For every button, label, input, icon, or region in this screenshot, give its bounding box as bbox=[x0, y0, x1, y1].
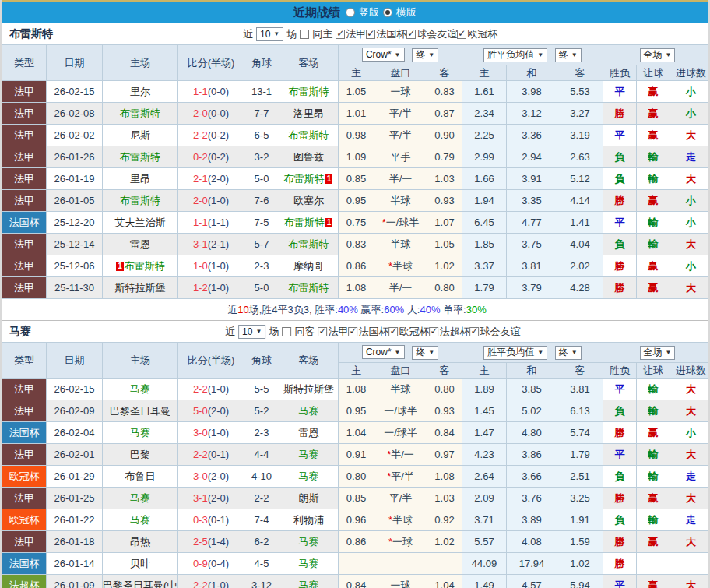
match-count-select[interactable]: 10▼ bbox=[238, 325, 265, 339]
handicap-result-cell: 赢 bbox=[637, 255, 670, 277]
home-team-cell: 雷恩 bbox=[103, 234, 178, 255]
corner-cell: 5-0 bbox=[244, 277, 279, 299]
goals-result-cell: 小 bbox=[670, 422, 710, 444]
away-odds-cell bbox=[427, 553, 462, 575]
wdl-result-cell: 平 bbox=[603, 81, 637, 103]
league-checkbox[interactable] bbox=[469, 327, 479, 336]
avg-final-select[interactable]: 终▼ bbox=[555, 346, 582, 360]
table-row: 法甲26-02-01巴黎2-2(0-1)4-4马赛0.91*半/一0.974.2… bbox=[2, 444, 710, 466]
fulltime-select[interactable]: 全场▼ bbox=[640, 48, 676, 62]
table-row: 法国杯26-01-14贝叶0-9(0-4)4-5马赛44.0917.941.02… bbox=[2, 553, 710, 575]
league-checkbox[interactable] bbox=[336, 30, 345, 39]
match-type-cell: 法国杯 bbox=[2, 212, 47, 234]
sub-avg-away: 客 bbox=[557, 363, 603, 379]
sub-avg-home: 主 bbox=[462, 65, 507, 81]
fulltime-score: 0-3 bbox=[193, 514, 208, 526]
match-count-select[interactable]: 10▼ bbox=[256, 27, 283, 41]
fulltime-score: 1-1 bbox=[193, 217, 208, 228]
wdl-result-cell: 平 bbox=[603, 212, 637, 234]
same-venue-checkbox[interactable] bbox=[300, 30, 309, 39]
goals-result-cell: 大 bbox=[670, 531, 710, 553]
halftime-score: (2-1) bbox=[208, 238, 229, 250]
league-checkbox[interactable] bbox=[348, 327, 357, 336]
goals-result-cell: 大 bbox=[670, 444, 710, 466]
avg-group-header: 胜平负均值▼ 终▼ bbox=[462, 343, 603, 363]
avg-home-cell: 2.34 bbox=[462, 103, 507, 125]
score-cell: 1-0(1-0) bbox=[178, 255, 244, 277]
vertical-layout-radio[interactable] bbox=[346, 8, 355, 17]
score-cell: 3-1(2-0) bbox=[178, 488, 244, 509]
odds-final-select[interactable]: 终▼ bbox=[412, 346, 438, 360]
score-cell: 1-1(0-0) bbox=[178, 81, 244, 103]
match-date-cell: 26-01-19 bbox=[47, 168, 103, 190]
match-type-cell: 欧冠杯 bbox=[2, 466, 47, 488]
summary-segment: 场,胜4平3负3, 胜率: bbox=[249, 304, 338, 315]
match-type-cell: 法国杯 bbox=[2, 422, 47, 444]
odds-final-select[interactable]: 终▼ bbox=[412, 48, 438, 62]
home-odds-cell: 0.95 bbox=[339, 190, 374, 212]
odds-company-select[interactable]: Crow*▼ bbox=[362, 345, 405, 359]
goals-result-cell: 大 bbox=[670, 168, 710, 190]
league-filter-item: 法甲 bbox=[318, 325, 348, 339]
league-checkbox[interactable] bbox=[457, 30, 466, 39]
score-cell: 3-0(1-0) bbox=[178, 422, 244, 444]
handicap-cell: 一/球半 bbox=[374, 400, 427, 422]
avg-draw-cell: 4.08 bbox=[507, 531, 557, 553]
col-type: 类型 bbox=[2, 343, 47, 379]
match-date-cell: 26-01-14 bbox=[47, 553, 103, 575]
avg-home-cell: 3.71 bbox=[462, 509, 507, 531]
table-row: 法国杯26-02-04马赛3-0(1-0)2-3雷恩1.04一/球半0.841.… bbox=[2, 422, 710, 444]
away-team-cell: 马赛 bbox=[279, 553, 339, 575]
league-filter-group: 法甲法国杯欧冠杯法超杯球会友谊 bbox=[318, 325, 520, 339]
league-label: 法国杯 bbox=[358, 325, 388, 339]
match-date-cell: 26-01-25 bbox=[47, 488, 103, 509]
home-odds-cell: 0.96 bbox=[339, 509, 374, 531]
avg-final-select[interactable]: 终▼ bbox=[555, 48, 582, 62]
sub-handicap: 盘口 bbox=[374, 65, 427, 81]
corner-cell: 6-2 bbox=[244, 531, 279, 553]
match-date-cell: 25-12-06 bbox=[47, 255, 103, 277]
handicap-result-cell: 赢 bbox=[637, 277, 670, 299]
handicap-cell: 平/半 bbox=[374, 488, 427, 509]
summary-segment: 60% bbox=[384, 304, 404, 315]
red-card-badge: 1 bbox=[116, 262, 124, 271]
chevron-down-icon: ▼ bbox=[537, 51, 543, 58]
away-odds-cell: 1.05 bbox=[427, 234, 462, 255]
league-checkbox[interactable] bbox=[406, 30, 416, 39]
match-type-cell: 法甲 bbox=[2, 103, 47, 125]
fulltime-select[interactable]: 全场▼ bbox=[640, 346, 676, 360]
match-type-cell: 法超杯 bbox=[2, 575, 47, 588]
handicap-result-cell bbox=[637, 553, 670, 575]
horizontal-layout-radio[interactable] bbox=[383, 8, 392, 17]
match-type-cell: 法甲 bbox=[2, 531, 47, 553]
handicap-result-cell: 輸 bbox=[637, 509, 670, 531]
avg-odds-select[interactable]: 胜平负均值▼ bbox=[483, 346, 547, 360]
home-team-cell: 布雷斯特 bbox=[103, 190, 178, 212]
score-cell: 2-2(1-0) bbox=[178, 575, 244, 588]
table-row: 法甲25-12-061布雷斯特1-0(1-0)2-3摩纳哥0.86*半球1.02… bbox=[2, 255, 710, 277]
goals-result-cell: 小 bbox=[670, 190, 710, 212]
home-odds-cell: 1.04 bbox=[339, 422, 374, 444]
team-name: 马赛 bbox=[299, 405, 319, 417]
table-row: 法甲26-01-25马赛3-1(2-0)2-2朗斯0.85平/半1.032.09… bbox=[2, 488, 710, 509]
same-venue-checkbox[interactable] bbox=[282, 327, 291, 336]
team-name: 利物浦 bbox=[293, 514, 324, 526]
corner-cell: 5-5 bbox=[244, 379, 279, 400]
avg-odds-select[interactable]: 胜平负均值▼ bbox=[483, 48, 547, 62]
home-odds-cell: 1.01 bbox=[339, 103, 374, 125]
home-odds-cell: 0.91 bbox=[339, 444, 374, 466]
home-team-cell: 马赛 bbox=[103, 379, 178, 400]
league-checkbox[interactable] bbox=[388, 327, 398, 336]
away-team-cell: 朗斯 bbox=[279, 488, 339, 509]
league-checkbox[interactable] bbox=[366, 30, 375, 39]
odds-company-select[interactable]: Crow*▼ bbox=[362, 48, 405, 62]
match-type-cell: 法甲 bbox=[2, 234, 47, 255]
avg-home-cell: 3.37 bbox=[462, 255, 507, 277]
summary-segment: 近 bbox=[227, 304, 237, 315]
league-checkbox[interactable] bbox=[318, 327, 327, 336]
corner-cell: 6-5 bbox=[244, 125, 279, 146]
league-checkbox[interactable] bbox=[429, 327, 438, 336]
goals-result-cell: 小 bbox=[670, 255, 710, 277]
team-name: 里昂 bbox=[130, 173, 150, 185]
table-row: 法甲26-02-02尼斯2-2(0-2)6-5布雷斯特0.98平/半0.902.… bbox=[2, 125, 710, 146]
